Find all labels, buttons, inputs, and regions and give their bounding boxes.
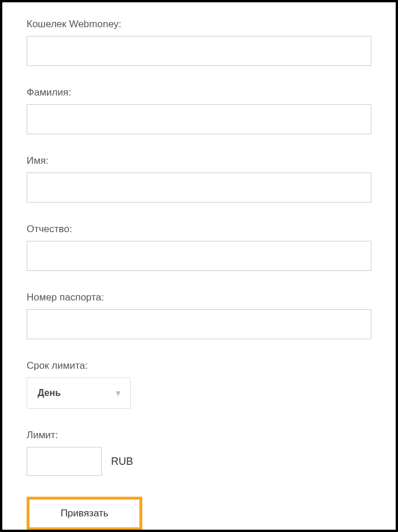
middlename-input[interactable] <box>27 241 371 271</box>
passport-label: Номер паспорта: <box>27 292 371 303</box>
limit-label: Лимит: <box>27 430 371 441</box>
limit-input[interactable] <box>27 447 102 476</box>
chevron-down-icon: ▼ <box>114 388 122 398</box>
limit-period-value: День <box>38 388 61 398</box>
lastname-input[interactable] <box>27 104 371 134</box>
limit-period-select[interactable]: День ▼ <box>27 377 131 409</box>
submit-button[interactable]: Привязать <box>27 497 142 530</box>
firstname-label: Имя: <box>27 155 371 167</box>
limit-period-label: Срок лимита: <box>27 360 371 372</box>
passport-input[interactable] <box>27 309 371 339</box>
middlename-label: Отчество: <box>27 223 371 235</box>
wallet-label: Кошелек Webmoney: <box>27 19 371 30</box>
lastname-label: Фамилия: <box>27 87 371 98</box>
wallet-input[interactable] <box>27 36 371 66</box>
limit-currency: RUB <box>111 456 133 468</box>
firstname-input[interactable] <box>27 173 371 203</box>
